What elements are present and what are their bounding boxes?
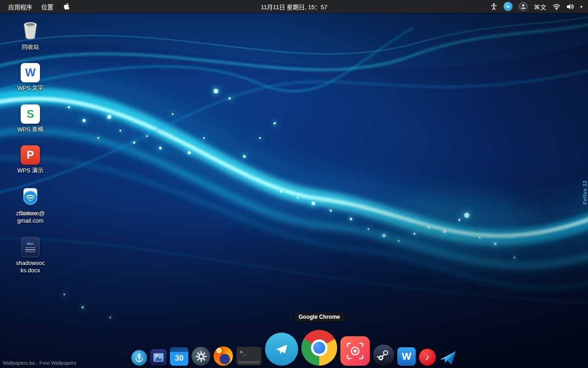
menu-places[interactable]: 位置 [37, 0, 58, 13]
music-note-glyph: ♪ [425, 352, 430, 362]
menubar-clock[interactable]: 11月11日 星期日, 15：57 [261, 2, 328, 11]
desktop-icon-trash[interactable]: 回收站 [7, 20, 53, 51]
user-menu-icon[interactable] [519, 2, 528, 11]
desktop-screen: Feflux 12 Wallpapers.ba - Free Wallpaper… [0, 0, 588, 368]
desktop-icon-wps-presentation[interactable]: P WPS 演示 [7, 145, 53, 174]
gear-glyph [195, 350, 208, 363]
menubar-status-area: 30 ⌘文 [490, 2, 584, 11]
wallpaper-image [0, 0, 588, 368]
icon-label-overlay: Solexe [19, 210, 37, 217]
gear-icon [192, 347, 210, 366]
wifi-icon[interactable] [553, 3, 560, 10]
desktop-icon-shadowsocks-docx[interactable]: doc shadowsoc ks.docx [7, 237, 53, 275]
desktop-icon-column: 回收站 W WPS 文字 S WPS 表格 P WPS 演示 [7, 20, 53, 286]
desktop-icon-shadowsocks-account[interactable]: Solexe zhaolexe@ gmail.com [7, 186, 53, 225]
menu-applications[interactable]: 应用程序 [4, 0, 37, 13]
accessibility-icon[interactable] [490, 3, 498, 10]
icon-label: shadowsoc [16, 259, 45, 267]
icon-label: ks.docx [16, 267, 45, 274]
apple-logo-icon[interactable] [60, 2, 74, 11]
wifi-glyph [553, 3, 560, 10]
icon-label: WPS 文字 [17, 85, 44, 92]
dock-item-photos[interactable] [150, 349, 167, 366]
calendar-icon: 30 [170, 347, 188, 366]
system-menu-caret-icon[interactable]: ▾ [580, 4, 582, 9]
terminal-prompt: >_ [240, 349, 247, 355]
chrome-icon [301, 330, 337, 366]
steam-icon [373, 345, 394, 366]
desktop-icon-wps-writer[interactable]: W WPS 文字 [7, 63, 53, 92]
paper-plane-glyph [439, 350, 457, 366]
telegram-plane-glyph [271, 339, 292, 359]
camera-glyph [344, 340, 366, 362]
dock-item-plank[interactable] [131, 350, 147, 366]
wallpaper-signature: Feflux 12 [582, 180, 588, 204]
apple-logo-glyph [63, 2, 70, 11]
docx-text-lines [25, 247, 35, 253]
docx-file-icon: doc [21, 237, 40, 257]
wps-office-icon: W [397, 347, 416, 366]
terminal-icon: >_ [236, 346, 262, 366]
dock-item-shadowsocks[interactable] [439, 348, 457, 366]
dock-item-screenshot[interactable] [340, 336, 370, 366]
screenshot-camera-icon [340, 336, 370, 366]
wps-writer-letter: W [25, 66, 36, 79]
dock-item-google-chrome[interactable]: Google Chrome [301, 330, 337, 366]
menubar: 应用程序 位置 11月11日 星期日, 15：57 30 [0, 0, 588, 13]
accessibility-glyph [490, 3, 498, 10]
desktop-icon-wps-spreadsheets[interactable]: S WPS 表格 [7, 104, 53, 133]
icon-label: 回收站 [22, 44, 39, 51]
icon-label: WPS 表格 [17, 126, 44, 133]
wps-writer-icon: W [21, 63, 40, 82]
dock-item-calendar[interactable]: 30 [170, 347, 188, 366]
dock-item-netease-music[interactable]: ♪ [419, 349, 436, 366]
wps-spreadsheets-letter: S [27, 108, 34, 121]
wps-presentation-icon: P [21, 145, 40, 165]
shadowsocks-account-icon [20, 186, 41, 207]
netease-music-icon: ♪ [419, 349, 436, 366]
wps-spreadsheets-icon: S [21, 104, 40, 124]
dock-item-telegram[interactable] [265, 333, 298, 366]
dock-item-firefox[interactable] [214, 346, 233, 366]
input-method-indicator[interactable]: ⌘文 [534, 2, 547, 11]
calendar-header [170, 347, 188, 352]
flux-badge: 30 [506, 5, 510, 8]
calendar-date: 30 [170, 352, 188, 365]
shadowsocks-account-glyph [20, 186, 41, 207]
dock-item-settings[interactable] [192, 347, 210, 366]
volume-glyph [566, 3, 574, 10]
trash-icon [20, 20, 41, 41]
user-glyph [520, 3, 526, 10]
shadowsocks-plane-icon [439, 348, 457, 366]
photos-glyph [152, 351, 165, 364]
steam-glyph [376, 347, 391, 363]
telegram-icon [265, 333, 298, 366]
volume-icon[interactable] [566, 3, 574, 10]
dock-item-steam[interactable] [373, 345, 394, 366]
dock-item-terminal[interactable]: >_ [236, 346, 262, 366]
dock-tooltip: Google Chrome [294, 312, 344, 322]
plank-anchor-icon [131, 350, 147, 366]
dock-item-wps-office[interactable]: W [397, 347, 416, 366]
wps-office-letter: W [402, 351, 412, 362]
photos-icon [150, 349, 167, 366]
flux-indicator-icon[interactable]: 30 [503, 2, 513, 11]
anchor-glyph [134, 352, 145, 363]
docx-badge: doc [27, 242, 34, 246]
wps-presentation-letter: P [27, 149, 34, 161]
firefox-icon [214, 346, 233, 366]
dock: 30 [0, 330, 588, 368]
icon-label: gmail.com [16, 217, 45, 224]
icon-label: WPS 演示 [17, 167, 44, 174]
